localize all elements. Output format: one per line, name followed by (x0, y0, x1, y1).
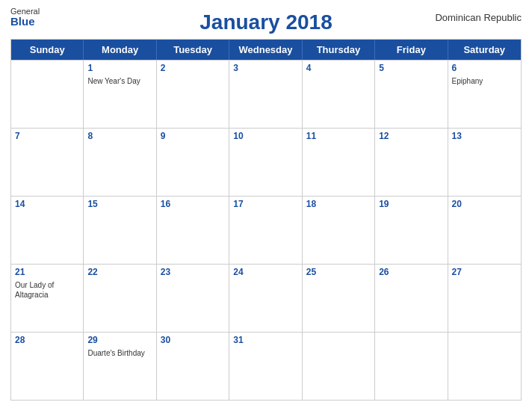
day-number: 2 (161, 63, 225, 75)
holiday-name: New Year's Day (87, 76, 152, 86)
day-cell: 3 (229, 61, 302, 128)
day-number: 26 (379, 267, 443, 279)
day-cell: 14 (11, 197, 84, 264)
day-cell: 19 (375, 197, 448, 264)
day-number: 20 (452, 199, 517, 211)
week-row-2: 14151617181920 (11, 196, 521, 264)
day-number: 22 (87, 267, 152, 279)
week-row-3: 21Our Lady of Altagracia222324252627 (11, 264, 521, 332)
day-number: 31 (233, 335, 297, 347)
week-row-4: 2829Duarte's Birthday3031 (11, 332, 521, 400)
logo-blue-text: Blue (10, 16, 35, 27)
day-cell: 4 (303, 61, 375, 128)
day-cell: 25 (303, 265, 375, 332)
day-header-tuesday: Tuesday (157, 40, 229, 60)
month-title: January 2018 (200, 10, 332, 34)
logo: General Blue (10, 7, 40, 27)
day-cell: 2 (157, 61, 229, 128)
day-cell: 24 (229, 265, 302, 332)
day-cell: 16 (157, 197, 229, 264)
day-header-monday: Monday (84, 40, 156, 60)
holiday-name: Duarte's Birthday (87, 348, 152, 358)
day-number: 14 (15, 199, 79, 211)
day-cell: 18 (303, 197, 375, 264)
day-number: 16 (161, 199, 225, 211)
day-cell (303, 333, 375, 400)
day-number: 7 (15, 131, 79, 143)
day-number: 28 (15, 335, 79, 347)
day-number: 10 (233, 131, 297, 143)
day-cell (11, 61, 84, 128)
day-number: 12 (379, 131, 443, 143)
day-cell: 7 (11, 129, 84, 196)
day-number: 27 (452, 267, 517, 279)
holiday-name: Epiphany (452, 76, 517, 86)
day-cell: 29Duarte's Birthday (84, 333, 156, 400)
day-number: 1 (87, 63, 152, 75)
day-header-sunday: Sunday (11, 40, 84, 60)
day-cell: 28 (11, 333, 84, 400)
day-cell: 11 (303, 129, 375, 196)
day-cell: 23 (157, 265, 229, 332)
day-header-saturday: Saturday (448, 40, 521, 60)
week-row-1: 78910111213 (11, 128, 521, 196)
day-cell: 6Epiphany (448, 61, 521, 128)
day-number: 9 (161, 131, 225, 143)
day-cell: 15 (84, 197, 156, 264)
day-number: 19 (379, 199, 443, 211)
day-number: 5 (379, 63, 443, 75)
day-number: 21 (15, 267, 79, 279)
day-cell (375, 333, 448, 400)
week-row-0: 1New Year's Day23456Epiphany (11, 60, 521, 128)
day-cell: 26 (375, 265, 448, 332)
day-cell: 12 (375, 129, 448, 196)
country-label: Dominican Republic (435, 12, 522, 23)
day-number: 17 (233, 199, 297, 211)
day-cell: 20 (448, 197, 521, 264)
holiday-name: Our Lady of Altagracia (15, 280, 79, 300)
day-cell: 22 (84, 265, 156, 332)
day-number: 18 (306, 199, 371, 211)
day-number: 25 (306, 267, 371, 279)
day-cell: 1New Year's Day (84, 61, 156, 128)
day-header-thursday: Thursday (303, 40, 375, 60)
day-cell: 13 (448, 129, 521, 196)
day-number: 8 (87, 131, 152, 143)
day-cell: 27 (448, 265, 521, 332)
day-cell: 30 (157, 333, 229, 400)
day-number: 30 (161, 335, 225, 347)
day-cell: 8 (84, 129, 156, 196)
day-cell: 17 (229, 197, 302, 264)
day-number: 23 (161, 267, 225, 279)
day-cell: 31 (229, 333, 302, 400)
day-headers-row: SundayMondayTuesdayWednesdayThursdayFrid… (11, 40, 521, 60)
day-header-wednesday: Wednesday (229, 40, 302, 60)
day-header-friday: Friday (375, 40, 448, 60)
calendar-header: General Blue January 2018 Dominican Repu… (10, 7, 522, 34)
day-cell: 10 (229, 129, 302, 196)
day-number: 13 (452, 131, 517, 143)
day-cell: 9 (157, 129, 229, 196)
day-number: 24 (233, 267, 297, 279)
day-cell: 21Our Lady of Altagracia (11, 265, 84, 332)
day-number: 4 (306, 63, 371, 75)
day-number: 15 (87, 199, 152, 211)
day-number: 3 (233, 63, 297, 75)
day-cell: 5 (375, 61, 448, 128)
calendar-grid: SundayMondayTuesdayWednesdayThursdayFrid… (10, 39, 522, 401)
day-number: 6 (452, 63, 517, 75)
day-number: 29 (87, 335, 152, 347)
day-cell (448, 333, 521, 400)
day-number: 11 (306, 131, 371, 143)
weeks-container: 1New Year's Day23456Epiphany789101112131… (11, 60, 521, 400)
calendar-container: General Blue January 2018 Dominican Repu… (0, 0, 532, 411)
